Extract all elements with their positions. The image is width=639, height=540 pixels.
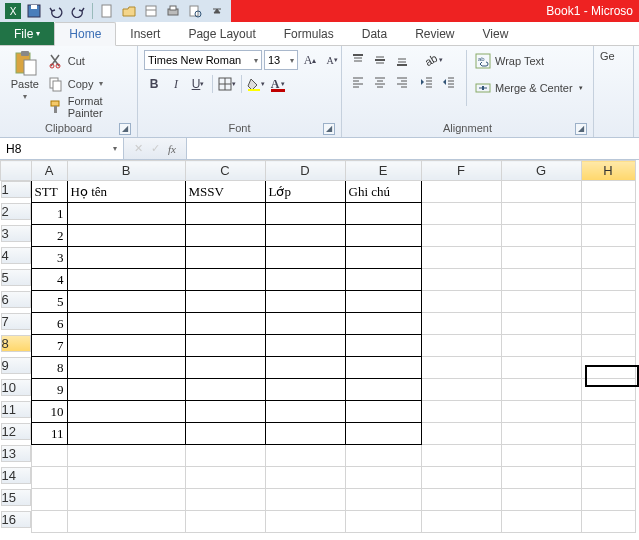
cell[interactable] bbox=[185, 401, 265, 423]
cell[interactable] bbox=[265, 467, 345, 489]
row-header[interactable]: 14 bbox=[1, 467, 31, 484]
cell[interactable] bbox=[421, 335, 501, 357]
qat-customize-icon[interactable] bbox=[207, 1, 227, 21]
cell[interactable] bbox=[421, 511, 501, 533]
cell[interactable] bbox=[265, 379, 345, 401]
cell[interactable] bbox=[501, 511, 581, 533]
cell[interactable] bbox=[265, 401, 345, 423]
cell[interactable] bbox=[265, 291, 345, 313]
cell[interactable]: 10 bbox=[31, 401, 67, 423]
decrease-indent-icon[interactable] bbox=[416, 72, 436, 92]
align-top-icon[interactable] bbox=[348, 50, 368, 70]
redo-icon[interactable] bbox=[68, 1, 88, 21]
cell[interactable] bbox=[67, 401, 185, 423]
cell[interactable]: 2 bbox=[31, 225, 67, 247]
quick-print-icon[interactable] bbox=[163, 1, 183, 21]
tab-home[interactable]: Home bbox=[54, 22, 116, 46]
column-header[interactable]: C bbox=[185, 161, 265, 181]
tab-file[interactable]: File▾ bbox=[0, 22, 54, 45]
cell[interactable] bbox=[67, 291, 185, 313]
cell[interactable] bbox=[581, 467, 635, 489]
cell[interactable] bbox=[345, 247, 421, 269]
cell[interactable]: 6 bbox=[31, 313, 67, 335]
fill-color-button[interactable]: ▾ bbox=[246, 74, 266, 94]
cell[interactable] bbox=[581, 335, 635, 357]
row-header[interactable]: 2 bbox=[1, 203, 31, 220]
cell[interactable]: Họ tên bbox=[67, 181, 185, 203]
cell[interactable] bbox=[265, 269, 345, 291]
cell[interactable] bbox=[421, 423, 501, 445]
column-header[interactable]: B bbox=[67, 161, 185, 181]
cell[interactable] bbox=[345, 269, 421, 291]
underline-button[interactable]: U▾ bbox=[188, 74, 208, 94]
font-launcher-icon[interactable]: ◢ bbox=[323, 123, 335, 135]
fx-icon[interactable]: fx bbox=[168, 143, 176, 155]
cell[interactable] bbox=[421, 181, 501, 203]
borders-button[interactable]: ▾ bbox=[217, 74, 237, 94]
cell[interactable] bbox=[265, 313, 345, 335]
cell[interactable] bbox=[345, 357, 421, 379]
cell[interactable]: Ghi chú bbox=[345, 181, 421, 203]
row-header[interactable]: 16 bbox=[1, 511, 31, 528]
cell[interactable] bbox=[345, 401, 421, 423]
cell[interactable] bbox=[185, 335, 265, 357]
cell[interactable] bbox=[345, 511, 421, 533]
cell[interactable] bbox=[501, 357, 581, 379]
cell[interactable] bbox=[67, 379, 185, 401]
cell[interactable] bbox=[421, 357, 501, 379]
cell[interactable] bbox=[265, 335, 345, 357]
cell[interactable] bbox=[67, 269, 185, 291]
undo-icon[interactable] bbox=[46, 1, 66, 21]
clipboard-launcher-icon[interactable]: ◢ bbox=[119, 123, 131, 135]
align-right-icon[interactable] bbox=[392, 72, 412, 92]
cell[interactable] bbox=[67, 313, 185, 335]
cell[interactable] bbox=[421, 225, 501, 247]
row-header[interactable]: 4 bbox=[1, 247, 31, 264]
cell[interactable] bbox=[265, 225, 345, 247]
row-header[interactable]: 9 bbox=[1, 357, 31, 374]
cell[interactable] bbox=[501, 247, 581, 269]
tab-insert[interactable]: Insert bbox=[116, 22, 174, 45]
cell[interactable] bbox=[501, 423, 581, 445]
cell[interactable] bbox=[67, 335, 185, 357]
column-header[interactable]: A bbox=[31, 161, 67, 181]
cell[interactable] bbox=[421, 445, 501, 467]
cell[interactable] bbox=[421, 401, 501, 423]
cut-button[interactable]: Cut bbox=[48, 50, 131, 71]
tab-data[interactable]: Data bbox=[348, 22, 401, 45]
increase-indent-icon[interactable] bbox=[438, 72, 458, 92]
paste-button[interactable]: Paste ▾ bbox=[6, 50, 44, 101]
cell[interactable] bbox=[67, 225, 185, 247]
cell[interactable] bbox=[31, 489, 67, 511]
cell[interactable]: STT bbox=[31, 181, 67, 203]
cell[interactable] bbox=[265, 423, 345, 445]
cancel-formula-icon[interactable]: ✕ bbox=[134, 142, 143, 155]
cell[interactable] bbox=[345, 423, 421, 445]
cell[interactable] bbox=[185, 203, 265, 225]
save-icon[interactable] bbox=[24, 1, 44, 21]
cell[interactable] bbox=[67, 511, 185, 533]
cell[interactable] bbox=[67, 423, 185, 445]
new-icon[interactable] bbox=[97, 1, 117, 21]
align-left-icon[interactable] bbox=[348, 72, 368, 92]
enter-formula-icon[interactable]: ✓ bbox=[151, 142, 160, 155]
tab-page-layout[interactable]: Page Layout bbox=[174, 22, 269, 45]
decrease-font-icon[interactable]: A▾ bbox=[322, 50, 342, 70]
font-family-selector[interactable]: Times New Roman▾ bbox=[144, 50, 262, 70]
alignment-launcher-icon[interactable]: ◢ bbox=[575, 123, 587, 135]
cell[interactable] bbox=[501, 225, 581, 247]
cell[interactable] bbox=[501, 445, 581, 467]
cell[interactable] bbox=[265, 357, 345, 379]
row-header[interactable]: 11 bbox=[1, 401, 31, 418]
cell[interactable] bbox=[501, 181, 581, 203]
column-header[interactable]: E bbox=[345, 161, 421, 181]
cell[interactable] bbox=[67, 357, 185, 379]
cell[interactable] bbox=[185, 313, 265, 335]
cell[interactable] bbox=[185, 445, 265, 467]
cell[interactable] bbox=[501, 379, 581, 401]
row-header[interactable]: 12 bbox=[1, 423, 31, 440]
cell[interactable] bbox=[67, 445, 185, 467]
align-center-icon[interactable] bbox=[370, 72, 390, 92]
cell[interactable] bbox=[581, 401, 635, 423]
merge-center-button[interactable]: Merge & Center▾ bbox=[475, 77, 583, 98]
